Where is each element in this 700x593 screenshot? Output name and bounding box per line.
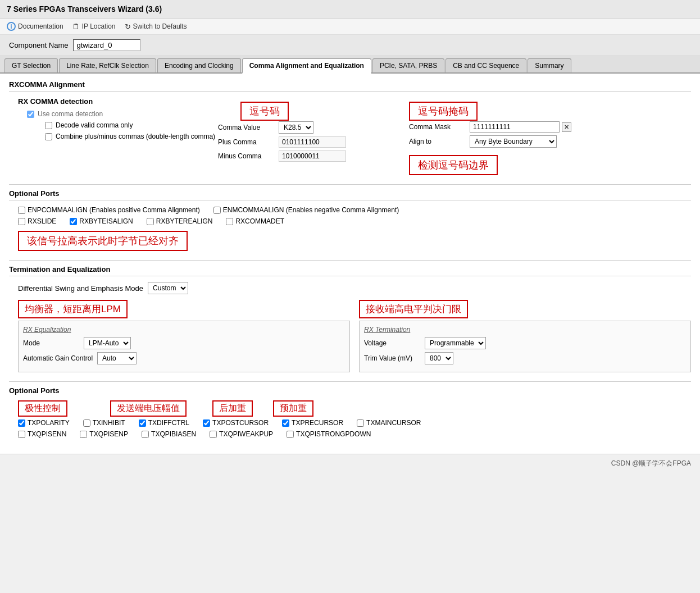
divider-3 xyxy=(9,381,691,382)
enmcommaalign-checkbox[interactable] xyxy=(213,207,221,214)
rxslide-label: RXSLIDE xyxy=(28,217,56,225)
txpostcursor-item: TXPOSTCURSOR xyxy=(203,419,269,427)
optional-ports-1-title: Optional Ports xyxy=(9,189,691,200)
txqpibiasen-item: TXQPIBIASEN xyxy=(142,430,196,438)
rx-comma-detection-title: RX COMMA detection xyxy=(18,97,691,106)
rxbyterealign-label: RXBYTEREALIGN xyxy=(156,217,213,225)
txpolarity-checkbox[interactable] xyxy=(18,419,25,427)
txdiffctrl-label: TXDIFFCTRL xyxy=(148,419,189,427)
txpolarity-label: TXPOLARITY xyxy=(28,419,70,427)
rxcommadet-checkbox[interactable] xyxy=(226,218,233,225)
switch-defaults-link[interactable]: ↻ Switch to Defaults xyxy=(125,22,187,31)
rx-termination-subtitle: RX Termination xyxy=(364,326,686,334)
tab-cb-cc[interactable]: CB and CC Sequence xyxy=(446,58,526,72)
tab-pcie[interactable]: PCIe, SATA, PRBS xyxy=(372,58,444,72)
optional-ports-2-row2: TXQPISENN TXQPISENP TXQPIBIASEN TXQPIWEA… xyxy=(18,430,691,438)
location-icon: 🗒 xyxy=(72,22,80,31)
optional-ports-1-section: Optional Ports ENPCOMMAALIGN (Enables po… xyxy=(9,189,691,251)
txpolarity-item: TXPOLARITY xyxy=(18,419,70,427)
diff-swing-label: Differential Swing and Emphasis Mode xyxy=(18,284,143,293)
txpostcursor-checkbox[interactable] xyxy=(203,419,210,427)
mode-select[interactable]: LPM-Auto DFE-Auto LPM xyxy=(84,337,131,349)
comma-values-area: 逗号码 Comma Value K28.5 K28.1 K28.7 Plus C… xyxy=(218,121,398,165)
ip-location-link[interactable]: 🗒 IP Location xyxy=(72,22,116,31)
annotation-byte-aligned: 该信号拉高表示此时字节已经对齐 xyxy=(18,231,188,251)
optional-ports-row1: ENPCOMMAALIGN (Enables positive Comma Al… xyxy=(18,206,691,214)
documentation-link[interactable]: i Documentation xyxy=(7,22,63,31)
tab-line-rate[interactable]: Line Rate, RefClk Selection xyxy=(59,58,156,72)
annotation-comma-mask: 逗号码掩码 xyxy=(409,102,478,121)
txqpistrongpdown-checkbox[interactable] xyxy=(287,431,294,438)
txqpiweakpup-checkbox[interactable] xyxy=(210,431,217,438)
txinhibit-label: TXINHIBIT xyxy=(93,419,125,427)
enpcommaalign-item: ENPCOMMAALIGN (Enables positive Comma Al… xyxy=(18,206,200,214)
txpostcursor-label: TXPOSTCURSOR xyxy=(212,419,269,427)
comma-value-select[interactable]: K28.5 K28.1 K28.7 xyxy=(279,121,313,134)
use-comma-checkbox[interactable] xyxy=(27,111,34,118)
combine-checkbox[interactable] xyxy=(45,133,52,140)
decode-valid-checkbox[interactable] xyxy=(45,122,52,129)
optional-ports-row2-wrap: RXSLIDE RXBYTEISALIGN RXBYTEREALIGN RXCO… xyxy=(18,217,691,229)
txmaincursor-label: TXMAINCURSOR xyxy=(366,419,421,427)
comma-mask-input[interactable] xyxy=(470,121,560,133)
annotation-comma: 逗号码 xyxy=(240,102,289,121)
rx-panels: 均衡器，短距离用LPM RX Equalization Mode LPM-Aut… xyxy=(18,300,691,372)
txdiffctrl-checkbox[interactable] xyxy=(139,419,146,427)
trim-select[interactable]: 800 600 900 xyxy=(425,352,453,364)
refresh-icon: ↻ xyxy=(125,22,131,31)
annotations-row: 极性控制 发送端电压幅值 后加重 预加重 xyxy=(18,400,691,417)
plus-comma-input xyxy=(279,136,346,148)
plus-comma-label: Plus Comma xyxy=(218,138,274,146)
comma-value-field: Comma Value K28.5 K28.1 K28.7 xyxy=(218,121,398,134)
txqpisenp-item: TXQPISENP xyxy=(80,430,128,438)
divider-1 xyxy=(9,184,691,185)
agc-field: Automatic Gain Control Auto Manual xyxy=(23,352,345,364)
txqpisenp-checkbox[interactable] xyxy=(80,431,87,438)
combine-label: Combine plus/minus commas (double-length… xyxy=(56,133,215,140)
rx-termination-panel: 接收端高电平判决门限 RX Termination Voltage Progra… xyxy=(359,300,691,372)
annotation-threshold: 接收端高电平判决门限 xyxy=(359,300,468,318)
mode-label: Mode xyxy=(23,339,79,347)
tab-encoding[interactable]: Encoding and Clocking xyxy=(157,58,241,72)
rxbyterealign-checkbox[interactable] xyxy=(147,218,154,225)
enpcommaalign-checkbox[interactable] xyxy=(18,207,25,214)
tab-summary[interactable]: Summary xyxy=(528,58,571,72)
txinhibit-item: TXINHIBIT xyxy=(83,419,125,427)
window-title: 7 Series FPGAs Transceivers Wizard (3.6) xyxy=(7,4,162,13)
divider-2 xyxy=(9,260,691,261)
rxslide-item: RXSLIDE xyxy=(18,217,56,225)
footer: CSDN @顺子学不会FPGA xyxy=(0,454,700,473)
diff-swing-select[interactable]: Custom Default xyxy=(148,282,188,294)
trim-label: Trim Value (mV) xyxy=(364,354,420,362)
txqpisenn-item: TXQPISENN xyxy=(18,430,66,438)
voltage-field: Voltage Programmable Fixed xyxy=(364,337,686,349)
txqpistrongpdown-label: TXQPISTRONGPDOWN xyxy=(296,430,371,438)
txinhibit-checkbox[interactable] xyxy=(83,419,90,427)
comma-value-label: Comma Value xyxy=(218,124,274,131)
tab-comma-alignment[interactable]: Comma Alignment and Equalization xyxy=(242,58,371,74)
tabs-bar: GT Selection Line Rate, RefClk Selection… xyxy=(0,56,700,74)
voltage-select[interactable]: Programmable Fixed xyxy=(425,337,486,349)
comma-mask-field: Comma Mask ✕ xyxy=(409,121,691,133)
txqpiweakpup-item: TXQPIWEAKPUP xyxy=(210,430,273,438)
rxbyteisalign-checkbox[interactable] xyxy=(70,218,77,225)
agc-select[interactable]: Auto Manual xyxy=(97,352,137,364)
txqpibiasen-checkbox[interactable] xyxy=(142,431,149,438)
termination-title: Termination and Equalization xyxy=(9,265,691,276)
tab-gt-selection[interactable]: GT Selection xyxy=(4,58,58,72)
align-to-select[interactable]: Any Byte Boundary Specific Byte Boundary xyxy=(470,135,557,148)
txprecursor-checkbox[interactable] xyxy=(282,419,289,427)
component-name-input[interactable] xyxy=(73,39,140,51)
txmaincursor-checkbox[interactable] xyxy=(357,419,364,427)
annotation-pre: 预加重 xyxy=(273,400,313,417)
rx-equalization-box: RX Equalization Mode LPM-Auto DFE-Auto L… xyxy=(18,321,350,372)
minus-comma-label: Minus Comma xyxy=(218,152,274,160)
mask-clear-button[interactable]: ✕ xyxy=(562,122,571,132)
title-bar: 7 Series FPGAs Transceivers Wizard (3.6) xyxy=(0,0,700,19)
txqpisenn-checkbox[interactable] xyxy=(18,431,25,438)
decode-valid-label: Decode valid comma only xyxy=(56,121,133,129)
annotation-polarity: 极性控制 xyxy=(18,400,67,417)
comma-mask-area: 逗号码掩码 Comma Mask ✕ Align to Any Byte Bou… xyxy=(398,121,691,175)
rxslide-checkbox[interactable] xyxy=(18,218,25,225)
optional-ports-2-row1: TXPOLARITY TXINHIBIT TXDIFFCTRL TXPOSTCU… xyxy=(18,419,691,427)
